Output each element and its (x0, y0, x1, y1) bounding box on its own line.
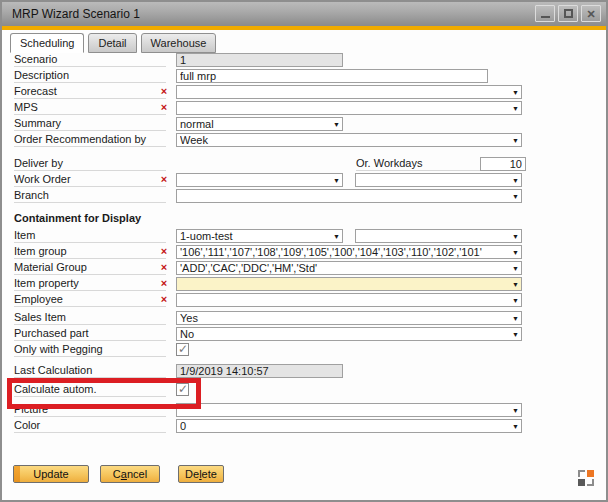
delete-button[interactable]: Delete (178, 465, 224, 483)
required-x-icon: × (157, 101, 171, 115)
summary-dropdown[interactable]: normal ▼ (176, 117, 343, 131)
item-label: Item (14, 229, 166, 243)
calculate-autom-label: Calculate autom. (14, 383, 166, 397)
chevron-down-icon: ▼ (512, 264, 519, 273)
row-last-calculation: Last Calculation 1/9/2019 14:10:57 (0, 364, 608, 380)
row-item-group: Item group × '106','111','107','108','10… (0, 245, 608, 261)
check-icon: ✓ (178, 382, 188, 396)
material-group-label: Material Group (14, 261, 166, 275)
tab-scheduling[interactable]: Scheduling (10, 33, 84, 53)
update-button[interactable]: Update (13, 465, 89, 483)
tab-strip: Scheduling Detail Warehouse (10, 33, 216, 53)
scenario-label: Scenario (14, 53, 166, 67)
tab-warehouse[interactable]: Warehouse (141, 33, 217, 53)
tab-detail[interactable]: Detail (88, 33, 136, 53)
chevron-down-icon: ▼ (333, 176, 340, 185)
branch-label: Branch (14, 189, 166, 203)
order-recommendation-label: Order Recommendation by (14, 133, 166, 147)
row-item-property: Item property × ▼ (0, 277, 608, 293)
form-resize-icon[interactable] (578, 470, 594, 486)
required-x-icon: × (157, 261, 171, 275)
employee-label: Employee (14, 293, 166, 307)
or-workdays-input[interactable] (480, 157, 526, 171)
branch-dropdown[interactable]: ▼ (176, 189, 522, 203)
chevron-down-icon: ▼ (512, 330, 519, 339)
title-bar[interactable]: MRP Wizard Scenario 1 ✕ (0, 0, 608, 26)
color-dropdown[interactable]: 0 ▼ (176, 419, 522, 433)
last-calculation-label: Last Calculation (14, 364, 166, 378)
work-order-label: Work Order (14, 173, 166, 187)
last-calculation-field: 1/9/2019 14:10:57 (176, 364, 343, 378)
calculate-autom-checkbox[interactable]: ✓ (176, 383, 189, 396)
item-group-dropdown[interactable]: '106','111','107','108','109','105','100… (176, 245, 522, 259)
only-with-pegging-checkbox[interactable]: ✓ (176, 343, 189, 356)
picture-label: Picture (14, 403, 166, 417)
resize-icon-corner-tl (578, 470, 585, 477)
mrp-wizard-window: MRP Wizard Scenario 1 ✕ Scheduling Detai… (0, 0, 608, 502)
mps-dropdown[interactable]: ▼ (176, 101, 522, 115)
scenario-field: 1 (176, 53, 343, 67)
item-property-dropdown[interactable]: ▼ (176, 277, 522, 291)
maximize-button[interactable] (558, 5, 578, 22)
row-work-order: Work Order × ▼ ▼ (0, 173, 608, 189)
required-x-icon: × (157, 293, 171, 307)
chevron-down-icon: ▼ (333, 120, 340, 129)
window-title: MRP Wizard Scenario 1 (12, 1, 140, 27)
item-group-label: Item group (14, 245, 166, 259)
sales-item-dropdown[interactable]: Yes ▼ (176, 311, 522, 325)
work-order-dropdown-2[interactable]: ▼ (355, 173, 522, 187)
resize-icon-square-orange (587, 470, 594, 477)
accent-gold-bar (0, 26, 608, 30)
row-material-group: Material Group × 'ADD','CAC','DDC','HM',… (0, 261, 608, 277)
chevron-down-icon: ▼ (512, 232, 519, 241)
deliver-by-label: Deliver by (14, 157, 166, 171)
window-controls: ✕ (535, 5, 601, 22)
color-label: Color (14, 419, 166, 433)
required-x-icon: × (157, 245, 171, 259)
row-sales-item: Sales Item Yes ▼ (0, 311, 608, 327)
forecast-label: Forecast (14, 85, 166, 99)
chevron-down-icon: ▼ (512, 296, 519, 305)
only-with-pegging-label: Only with Pegging (14, 343, 166, 357)
row-item: Item 1-uom-test ▼ ▼ (0, 229, 608, 245)
summary-label: Summary (14, 117, 166, 131)
row-employee: Employee × ▼ (0, 293, 608, 309)
material-group-dropdown[interactable]: 'ADD','CAC','DDC','HM','Std' ▼ (176, 261, 522, 275)
picture-dropdown[interactable]: ▼ (176, 403, 522, 417)
cancel-button[interactable]: Cancel (100, 465, 160, 483)
minimize-button[interactable] (535, 5, 555, 22)
close-icon: ✕ (582, 7, 600, 21)
employee-dropdown[interactable]: ▼ (176, 293, 522, 307)
sales-item-label: Sales Item (14, 311, 166, 325)
description-input[interactable] (176, 69, 488, 83)
minimize-icon (541, 16, 550, 18)
required-x-icon: × (157, 277, 171, 291)
order-recommendation-dropdown[interactable]: Week ▼ (176, 133, 522, 147)
required-x-icon: × (157, 85, 171, 99)
item-dropdown-1[interactable]: 1-uom-test ▼ (176, 229, 343, 243)
chevron-down-icon: ▼ (512, 280, 519, 289)
row-only-with-pegging: Only with Pegging ✓ (0, 343, 608, 359)
chevron-down-icon: ▼ (512, 248, 519, 257)
item-dropdown-2[interactable]: ▼ (355, 229, 522, 243)
required-x-icon: × (157, 173, 171, 187)
close-button[interactable]: ✕ (581, 5, 601, 22)
row-deliver-by: Deliver by Or. Workdays (0, 157, 608, 173)
description-label: Description (14, 69, 166, 83)
mps-label: MPS (14, 101, 166, 115)
row-forecast: Forecast × ▼ (0, 85, 608, 101)
row-picture: Picture ▼ (0, 403, 608, 419)
chevron-down-icon: ▼ (512, 176, 519, 185)
forecast-dropdown[interactable]: ▼ (176, 85, 522, 99)
resize-icon-corner-br (587, 479, 594, 486)
chevron-down-icon: ▼ (512, 88, 519, 97)
maximize-icon (564, 9, 573, 18)
chevron-down-icon: ▼ (512, 314, 519, 323)
chevron-down-icon: ▼ (333, 232, 340, 241)
row-calculate-autom: Calculate autom. ✓ (0, 383, 608, 399)
containment-heading: Containment for Display (14, 212, 141, 225)
work-order-dropdown-1[interactable]: ▼ (176, 173, 343, 187)
row-description: Description (0, 69, 608, 85)
purchased-part-dropdown[interactable]: No ▼ (176, 327, 522, 341)
check-icon: ✓ (178, 342, 188, 356)
